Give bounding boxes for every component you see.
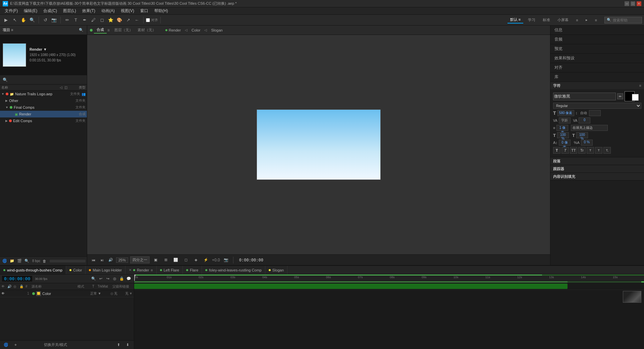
playhead[interactable] <box>134 275 135 281</box>
align-checkbox[interactable] <box>146 18 150 22</box>
close-button[interactable]: ✕ <box>637 1 641 6</box>
font-name[interactable]: 微软雅黑 <box>553 93 616 100</box>
tracker-header[interactable]: 跟踪器 <box>550 165 644 172</box>
list-item[interactable]: ▶ Edit Comps 文件夹 <box>0 117 87 124</box>
resolution-btn[interactable]: 四分之一 <box>130 256 150 263</box>
kerning-field[interactable]: 字距 <box>559 117 571 123</box>
switch-mode-label[interactable]: 切换开关/模式 <box>44 342 67 347</box>
timeline-tab-foley[interactable]: foley-wind-leaves-rustling Comp <box>202 266 265 275</box>
tl-timecode[interactable]: 0:00:00:00 <box>2 276 32 282</box>
size-pct-field1[interactable]: 100 % <box>557 132 569 138</box>
tsum-field[interactable]: 0 % <box>581 140 593 146</box>
timeline-tab-wind[interactable]: wind-gusts-through-bushes Comp <box>0 266 66 275</box>
viewer-menu-icon[interactable]: ≡ <box>107 28 110 33</box>
style-italic[interactable]: T <box>561 147 569 154</box>
delete-btn[interactable]: 🗑 <box>41 258 48 264</box>
menu-effects[interactable]: 效果(T) <box>79 7 98 14</box>
tl-layer[interactable]: 👁 1 🟨 Color 正常 ▼ ◎ 无 <box>0 290 134 297</box>
menu-help[interactable]: 帮助(H) <box>152 7 171 14</box>
timeline-tab-left-flare[interactable]: Left Flare <box>157 266 183 275</box>
maximize-button[interactable]: □ <box>631 1 635 6</box>
tool-home[interactable]: ▶ <box>2 16 10 24</box>
tl-compose-btn[interactable]: ⬆ <box>115 341 123 349</box>
nav-info[interactable]: 信息 <box>550 26 644 35</box>
tab-slogan[interactable]: Slogan <box>208 28 225 33</box>
nav-library[interactable]: 库 <box>550 72 644 82</box>
tl-out-btn[interactable]: ↪ <box>105 276 111 282</box>
grid-btn[interactable]: ⊞ <box>162 256 170 264</box>
style-super[interactable]: T <box>587 147 594 154</box>
font-style-select[interactable]: Regular <box>553 103 641 109</box>
playback-btn[interactable]: ⏯ <box>99 257 105 263</box>
list-item[interactable]: ▣ Render 合成 <box>0 111 87 117</box>
project-search-input[interactable] <box>9 78 84 82</box>
baseline-field[interactable]: 0 像素 <box>559 140 571 146</box>
render-menu-icon[interactable]: ≡ <box>151 268 153 272</box>
voiceover-header[interactable]: 内容识别填充 <box>550 173 644 180</box>
project-search-bar[interactable]: 🔍 <box>0 75 87 85</box>
list-item[interactable]: ▼ 📁 Nature Trails Logo.aep 文件夹 👥 <box>0 91 87 97</box>
workspace-more[interactable]: ≡ <box>592 17 600 23</box>
tl-in-btn[interactable]: ↩ <box>98 276 104 282</box>
search-input[interactable] <box>613 18 640 22</box>
tool-puppet[interactable]: ↗ <box>124 16 132 24</box>
font-size-field[interactable]: 580 像素 <box>557 110 574 116</box>
motion-blur-btn[interactable]: ◈ <box>192 256 200 264</box>
style-smallcaps[interactable]: Tr <box>578 147 586 154</box>
style-underline[interactable]: T, <box>603 147 611 154</box>
title-controls[interactable]: ─ □ ✕ <box>625 1 641 6</box>
mask-btn[interactable]: ◻ <box>182 256 190 264</box>
camera-btn[interactable]: 📷 <box>222 256 230 264</box>
tl-comment-btn[interactable]: 💬 <box>126 276 132 282</box>
tool-brush[interactable]: ✒ <box>80 16 89 24</box>
viewer-timecode[interactable]: 0:00:00:00 <box>239 258 263 262</box>
menu-comp[interactable]: 合成(C) <box>41 7 60 14</box>
paragraph-header[interactable]: 段落 <box>550 157 644 165</box>
timeline-tab-render[interactable]: ✕ Render ≡ <box>125 266 157 275</box>
size-pct-field2[interactable]: 100 % <box>576 132 588 138</box>
fit-btn[interactable]: ▣ <box>152 256 160 264</box>
new-folder-btn[interactable]: 📁 <box>9 258 15 264</box>
tl-add-keyframe[interactable]: ⋄ <box>11 341 19 349</box>
tab-close-icon[interactable]: ✕ <box>129 268 131 272</box>
tl-add-marker[interactable]: 🌀 <box>2 341 10 349</box>
tool-clone[interactable]: 🖊 <box>89 16 97 24</box>
fill-mode-select[interactable]: 在填充上描边 <box>571 125 608 131</box>
tool-fill[interactable]: 🎨 <box>115 16 123 24</box>
new-item-btn[interactable]: 🌀 <box>1 258 8 264</box>
tl-lock-btn[interactable]: 🔒 <box>119 276 125 282</box>
timeline-tab-main-logo[interactable]: Main Logo Holder <box>86 266 125 275</box>
menu-view[interactable]: 视图(V) <box>118 7 137 14</box>
nav-align[interactable]: 对齐 <box>550 63 644 72</box>
indent-field[interactable]: 1 像素 <box>556 125 568 131</box>
workspace-default[interactable]: 默认 ≡ <box>507 16 523 23</box>
tl-vis-icon[interactable]: 👁 <box>1 292 6 295</box>
layer-mode[interactable]: 正常 ▼ <box>90 291 104 296</box>
reset-exposure-btn[interactable]: ⏮ <box>90 257 97 263</box>
tool-zoom[interactable]: 🔍 <box>28 16 36 24</box>
tool-eraser[interactable]: ◻ <box>98 16 106 24</box>
tool-roto[interactable]: ⭐ <box>107 16 115 24</box>
workspace-standard[interactable]: 标准 <box>540 17 553 23</box>
style-bold[interactable]: T <box>553 147 560 154</box>
tab-color[interactable]: Color <box>189 28 203 33</box>
search-bar[interactable]: 🔍 <box>604 17 642 23</box>
tool-select[interactable]: ↖ <box>11 16 19 24</box>
list-item[interactable]: ▶ Other 文件夹 <box>0 97 87 104</box>
project-search-btn[interactable]: 🔍 <box>78 27 84 33</box>
stroke-swatch[interactable] <box>632 94 639 101</box>
tracking-field[interactable]: 0 <box>579 117 590 123</box>
tab-comp[interactable]: 合成 <box>94 27 107 34</box>
timeline-tab-slogan[interactable]: Slogan <box>265 266 287 275</box>
draft-btn[interactable]: ⚡ <box>202 256 210 264</box>
tl-search-btn[interactable]: 🔍 <box>91 276 97 282</box>
list-item[interactable]: ▼ Final Comps 文件夹 <box>0 104 87 111</box>
tool-pen[interactable]: ✏ <box>63 16 71 24</box>
timeline-tab-flare[interactable]: Flare <box>183 266 202 275</box>
timeline-tab-color[interactable]: Color <box>66 266 86 275</box>
tool-rotate[interactable]: ↺ <box>41 16 49 24</box>
minimize-button[interactable]: ─ <box>625 1 629 6</box>
zoom-display[interactable]: 25% <box>116 257 128 263</box>
menu-layer[interactable]: 图层(L) <box>60 7 79 14</box>
menu-file[interactable]: 文件(F) <box>2 7 20 14</box>
